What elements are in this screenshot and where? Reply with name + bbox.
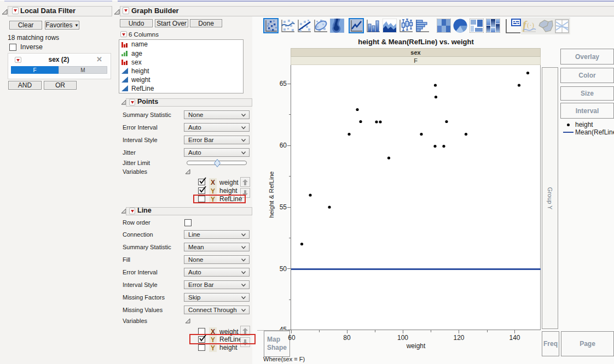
svg-text:(·): (·) (527, 21, 534, 29)
